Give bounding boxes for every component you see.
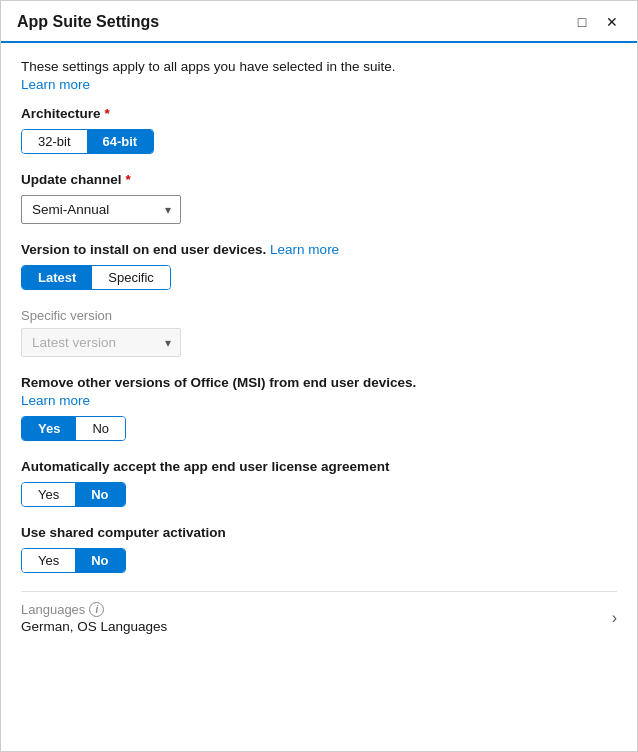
architecture-toggle-group: 32-bit 64-bit xyxy=(21,129,154,154)
title-bar: App Suite Settings □ ✕ xyxy=(1,1,637,43)
languages-row[interactable]: Languages i German, OS Languages › xyxy=(21,591,617,638)
specific-version-dropdown-wrapper: Latest version ▾ xyxy=(21,328,181,357)
shared-computer-yes-button[interactable]: Yes xyxy=(22,549,75,572)
remove-msi-section: Remove other versions of Office (MSI) fr… xyxy=(21,375,617,441)
shared-computer-label: Use shared computer activation xyxy=(21,525,617,540)
version-specific-button[interactable]: Specific xyxy=(92,266,170,289)
remove-msi-toggle-group: Yes No xyxy=(21,416,126,441)
shared-computer-no-button[interactable]: No xyxy=(75,549,124,572)
update-channel-dropdown-wrapper: Semi-Annual Current Monthly Enterprise B… xyxy=(21,195,181,224)
version-latest-button[interactable]: Latest xyxy=(22,266,92,289)
version-label: Version to install on end user devices. … xyxy=(21,242,617,257)
remove-msi-no-button[interactable]: No xyxy=(76,417,125,440)
version-section: Version to install on end user devices. … xyxy=(21,242,617,290)
version-toggle-group: Latest Specific xyxy=(21,265,171,290)
specific-version-select[interactable]: Latest version xyxy=(21,328,181,357)
remove-msi-label: Remove other versions of Office (MSI) fr… xyxy=(21,375,617,390)
update-channel-label: Update channel * xyxy=(21,172,617,187)
specific-version-section: Specific version Latest version ▾ xyxy=(21,308,617,357)
remove-msi-yes-button[interactable]: Yes xyxy=(22,417,76,440)
minimize-button[interactable]: □ xyxy=(573,13,591,31)
eula-no-button[interactable]: No xyxy=(75,483,124,506)
architecture-section: Architecture * 32-bit 64-bit xyxy=(21,106,617,154)
eula-label: Automatically accept the app end user li… xyxy=(21,459,617,474)
top-learn-more-link[interactable]: Learn more xyxy=(21,77,90,92)
architecture-label: Architecture * xyxy=(21,106,617,121)
languages-value: German, OS Languages xyxy=(21,619,167,634)
languages-title-row: Languages i xyxy=(21,602,167,617)
version-learn-more-link[interactable]: Learn more xyxy=(270,242,339,257)
update-channel-section: Update channel * Semi-Annual Current Mon… xyxy=(21,172,617,224)
eula-yes-button[interactable]: Yes xyxy=(22,483,75,506)
remove-msi-learn-more-link[interactable]: Learn more xyxy=(21,393,90,408)
description-text: These settings apply to all apps you hav… xyxy=(21,59,617,74)
architecture-64bit-button[interactable]: 64-bit xyxy=(87,130,154,153)
languages-info-icon[interactable]: i xyxy=(89,602,104,617)
shared-computer-section: Use shared computer activation Yes No xyxy=(21,525,617,573)
update-channel-select[interactable]: Semi-Annual Current Monthly Enterprise B… xyxy=(21,195,181,224)
settings-content: These settings apply to all apps you hav… xyxy=(1,43,637,654)
shared-computer-toggle-group: Yes No xyxy=(21,548,126,573)
specific-version-label: Specific version xyxy=(21,308,617,323)
architecture-32bit-button[interactable]: 32-bit xyxy=(22,130,87,153)
eula-toggle-group: Yes No xyxy=(21,482,126,507)
window-title: App Suite Settings xyxy=(17,13,159,31)
close-button[interactable]: ✕ xyxy=(603,13,621,31)
window-controls: □ ✕ xyxy=(573,13,621,31)
languages-chevron-right-icon: › xyxy=(612,609,617,627)
app-suite-settings-window: App Suite Settings □ ✕ These settings ap… xyxy=(0,0,638,752)
languages-left: Languages i German, OS Languages xyxy=(21,602,167,634)
architecture-required: * xyxy=(105,106,110,121)
languages-label: Languages xyxy=(21,602,85,617)
eula-section: Automatically accept the app end user li… xyxy=(21,459,617,507)
update-channel-required: * xyxy=(126,172,131,187)
